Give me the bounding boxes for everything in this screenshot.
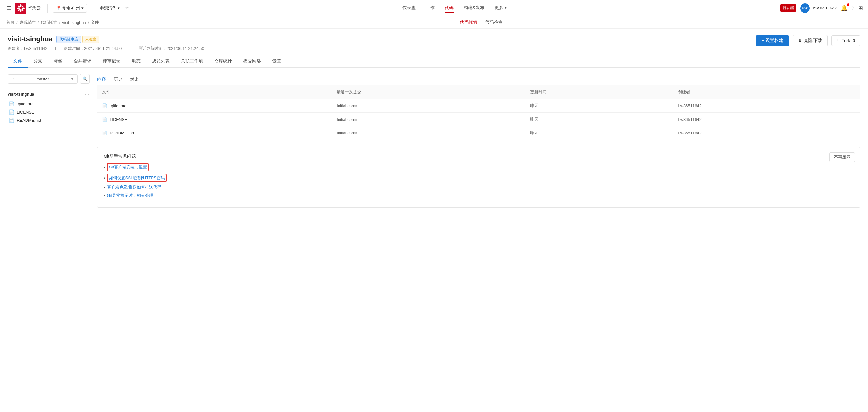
svg-point-3 [17, 7, 20, 9]
setup-build-button[interactable]: + 设置构建 [756, 35, 788, 46]
file-table: 文件 最近一次提交 更新时间 创建者 📄 .gitignore [97, 86, 861, 140]
branch-name: master [37, 77, 49, 81]
visit-nav-item[interactable]: 参观清华 ▾ [97, 4, 122, 12]
file-link-gitignore[interactable]: 📄 .gitignore [102, 104, 327, 108]
sidebar-file-list: 📄 .gitignore 📄 LICENSE 📄 README.md [7, 100, 90, 124]
tab-tags[interactable]: 标签 [48, 55, 68, 68]
file-view: 内容 历史 对比 文件 最近一次提交 更新时间 创建者 [97, 74, 861, 208]
svg-point-1 [20, 4, 22, 7]
breadcrumb-code-mgmt[interactable]: 代码托管 [41, 20, 57, 25]
tab-branches[interactable]: 分支 [28, 55, 48, 68]
repo-actions: + 设置构建 ⬇ 克隆/下载 ⑂ Fork: 0 [756, 35, 861, 47]
file-icon: 📄 [9, 101, 14, 106]
nav-divider-1 [47, 4, 48, 12]
commit-msg-readme: Initial commit [332, 126, 525, 140]
tab-code-check[interactable]: 代码检查 [485, 20, 503, 25]
visit-chevron-icon: ▾ [118, 6, 120, 10]
sub-tab-history[interactable]: 历史 [114, 74, 122, 86]
file-link-readme[interactable]: 📄 README.md [102, 130, 327, 135]
branch-chevron-icon: ▾ [71, 77, 73, 81]
file-row-icon: 📄 [102, 130, 107, 135]
time-license: 昨天 [525, 113, 673, 126]
location-icon: 📍 [56, 6, 61, 10]
git-tip-link-1[interactable]: Git客户端安装与配置 [109, 165, 147, 169]
git-tip-link-3[interactable]: 客户端克隆/推送如何推送代码 [107, 184, 162, 190]
fork-icon: ⑂ [837, 38, 839, 43]
sidebar-more-icon[interactable]: ⋯ [85, 91, 90, 97]
sub-tab-content[interactable]: 内容 [97, 74, 106, 86]
col-header-file: 文件 [97, 86, 332, 99]
dismiss-tips-button[interactable]: 不再显示 [829, 152, 855, 162]
breadcrumb-files[interactable]: 文件 [91, 20, 99, 25]
time-readme: 昨天 [525, 126, 673, 140]
creator-readme: hw36511642 [673, 126, 861, 140]
tab-settings[interactable]: 设置 [267, 55, 287, 68]
breadcrumb-repo[interactable]: visit-tsinghua [62, 20, 86, 25]
hamburger-icon[interactable]: ☰ [5, 3, 12, 13]
nav-link-build[interactable]: 构建&发布 [464, 4, 484, 12]
file-row-icon: 📄 [102, 104, 107, 108]
file-icon: 📄 [9, 118, 14, 123]
sidebar-file-name: LICENSE [17, 110, 34, 115]
tab-merge-requests[interactable]: 合并请求 [68, 55, 97, 68]
sidebar-repo-row: visit-tsinghua ⋯ [7, 89, 90, 98]
repo-title-row: visit-tsinghua 代码健康度 未检查 [7, 35, 756, 43]
tab-files[interactable]: 文件 [7, 55, 28, 68]
commit-msg-gitignore: Initial commit [332, 99, 525, 113]
sidebar-file-name: README.md [17, 118, 41, 123]
branch-dropdown[interactable]: ⑂ master ▾ [7, 75, 78, 84]
file-link-license[interactable]: 📄 LICENSE [102, 117, 327, 122]
main-tabs: 文件 分支 标签 合并请求 评审记录 动态 成员列表 关联工作项 仓库统计 提交… [7, 55, 861, 68]
file-search-button[interactable]: 🔍 [80, 74, 90, 84]
separator-meta-2: | [129, 46, 130, 52]
content-area: ⑂ master ▾ 🔍 visit-tsinghua ⋯ 📄 .gitigno… [7, 74, 861, 208]
code-health-label: 代码健康度 [56, 36, 81, 43]
git-tip-item-2: 如何设置SSH密钥/HTTPS密码 [104, 174, 854, 182]
tab-activity[interactable]: 动态 [126, 55, 146, 68]
git-tips-title: Git新手常见问题： [104, 154, 854, 159]
updated-info: 最近更新时间：2021/06/11 21:24:50 [138, 46, 204, 52]
fork-button[interactable]: ⑂ Fork: 0 [831, 35, 861, 46]
sidebar-file-license[interactable]: 📄 LICENSE [7, 108, 90, 116]
chevron-down-icon: ▾ [81, 6, 84, 10]
tab-code-hosting[interactable]: 代码托管 [460, 20, 477, 25]
tab-related-work[interactable]: 关联工作项 [175, 55, 209, 68]
time-gitignore: 昨天 [525, 99, 673, 113]
username-link[interactable]: hw36511642 [813, 6, 837, 10]
breadcrumb-sep-3: / [59, 20, 60, 25]
tab-members[interactable]: 成员列表 [146, 55, 175, 68]
nav-link-more[interactable]: 更多 ▾ [495, 4, 507, 12]
git-tip-item-3: 客户端克隆/推送如何推送代码 [104, 184, 854, 190]
tab-review-records[interactable]: 评审记录 [97, 55, 126, 68]
sub-tab-diff[interactable]: 对比 [130, 74, 139, 86]
help-icon[interactable]: ? [851, 5, 855, 11]
nav-link-work[interactable]: 工作 [426, 4, 435, 12]
notification-bell-icon[interactable]: 🔔 [841, 5, 847, 12]
git-tip-item-4: Git异常提示时，如何处理 [104, 193, 854, 199]
brand-name: 华为云 [28, 5, 41, 11]
window-expand-icon[interactable]: ⊞ [858, 5, 863, 12]
new-function-badge[interactable]: 新功能 [780, 4, 797, 12]
sidebar-file-gitignore[interactable]: 📄 .gitignore [7, 100, 90, 108]
breadcrumb-home[interactable]: 首页 [6, 20, 14, 25]
nav-link-dashboard[interactable]: 仪表盘 [402, 4, 416, 12]
nav-link-code[interactable]: 代码 [445, 4, 454, 12]
repo-title-area: visit-tsinghua 代码健康度 未检查 创建者：hw36511642 … [7, 35, 756, 52]
tab-repo-stats[interactable]: 仓库统计 [209, 55, 238, 68]
git-tip-link-4[interactable]: Git异常提示时，如何处理 [107, 193, 154, 199]
commit-msg-license: Initial commit [332, 113, 525, 126]
file-icon: 📄 [9, 110, 14, 115]
separator-meta-1: | [55, 46, 56, 52]
git-tip-link-2[interactable]: 如何设置SSH密钥/HTTPS密码 [109, 175, 165, 180]
search-icon: 🔍 [82, 76, 88, 81]
star-icon[interactable]: ☆ [125, 5, 129, 11]
region-selector[interactable]: 📍 华南-广州 ▾ [53, 4, 87, 12]
tab-commit-network[interactable]: 提交网络 [238, 55, 267, 68]
clone-download-button[interactable]: ⬇ 克隆/下载 [793, 35, 828, 47]
main-content: visit-tsinghua 代码健康度 未检查 创建者：hw36511642 … [0, 29, 868, 214]
sidebar-file-readme[interactable]: 📄 README.md [7, 116, 90, 124]
sub-tabs: 内容 历史 对比 [97, 74, 861, 86]
sidebar-repo-name: visit-tsinghua [7, 92, 34, 96]
breadcrumb-visit[interactable]: 参观清华 [20, 20, 36, 25]
creator-info: 创建者：hw36511642 [7, 46, 47, 52]
